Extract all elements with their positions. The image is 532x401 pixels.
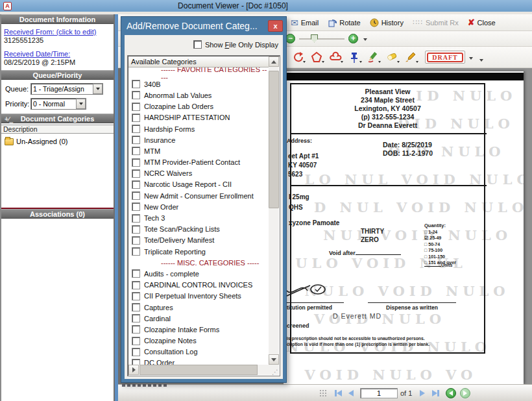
category-checkbox[interactable] — [132, 202, 140, 211]
resize-grip[interactable] — [269, 365, 279, 375]
category-checkbox[interactable] — [132, 147, 140, 155]
category-row[interactable]: DC Order — [128, 358, 269, 365]
category-checkbox[interactable] — [132, 91, 140, 99]
category-checkbox[interactable] — [132, 169, 140, 178]
queue-select[interactable]: 1 - Triage/Assign — [30, 83, 103, 95]
category-row[interactable]: Cardinal — [128, 313, 269, 324]
category-row[interactable]: ------ MISC. CATEGORIES ----- — [128, 257, 269, 268]
category-checkbox[interactable] — [132, 136, 140, 144]
history-button[interactable]: History — [370, 18, 404, 27]
category-checkbox[interactable] — [132, 103, 140, 111]
show-file-only-row[interactable]: Show File Only Display — [193, 40, 278, 49]
brush-annotation-button[interactable] — [403, 49, 418, 65]
zoom-options-caret[interactable] — [363, 38, 367, 43]
scroll-up-button[interactable] — [269, 56, 279, 67]
category-row[interactable]: CII Perpetual Inventory Sheets — [128, 291, 269, 302]
received-from-link[interactable]: Received From: (click to edit) — [1, 28, 114, 36]
zoom-in-button[interactable]: + — [348, 34, 358, 43]
category-row[interactable]: CARDINAL CONTROL INVOICES — [128, 280, 269, 291]
category-row[interactable]: MTM Provider-Patient Contact — [128, 157, 269, 168]
scroll-right-button[interactable] — [128, 365, 139, 375]
category-row[interactable]: Captures — [128, 302, 269, 313]
zoom-out-button[interactable]: − — [285, 34, 295, 43]
category-checkbox[interactable] — [132, 80, 140, 88]
pager-drag-grip[interactable] — [319, 389, 326, 396]
rotate-button[interactable]: Rotate — [328, 18, 360, 27]
category-checkbox[interactable] — [132, 269, 140, 278]
category-row[interactable]: Abnormal Lab Values — [128, 90, 269, 101]
horizontal-scrollbar[interactable] — [128, 365, 269, 375]
category-checkbox[interactable] — [132, 292, 140, 300]
category-row[interactable]: Consultation Log — [128, 346, 269, 358]
stamp-dropdown-caret[interactable] — [469, 57, 473, 62]
category-checkbox[interactable] — [132, 314, 140, 322]
category-checkbox[interactable] — [132, 281, 140, 289]
email-button[interactable]: ✉ Email — [291, 18, 319, 28]
add-remove-categories-icon[interactable]: +∕‗ — [5, 115, 13, 124]
page-number-input[interactable] — [360, 388, 398, 398]
draft-stamp-button[interactable]: DRAFT — [425, 51, 465, 64]
category-checkbox[interactable] — [132, 114, 140, 122]
available-categories-header[interactable]: Available Categories — [128, 56, 269, 67]
zoom-slider-thumb[interactable] — [311, 34, 318, 43]
category-checkbox[interactable] — [132, 180, 140, 189]
category-checkbox[interactable] — [132, 214, 140, 223]
category-checkbox[interactable] — [132, 303, 140, 311]
show-file-only-checkbox[interactable] — [193, 40, 202, 49]
category-row[interactable]: MTM — [128, 145, 269, 156]
cloud-annotation-button[interactable] — [328, 49, 343, 65]
category-checkbox[interactable] — [132, 348, 140, 356]
category-checkbox[interactable] — [132, 158, 140, 167]
close-button[interactable]: ✘ Close — [468, 18, 496, 27]
category-row[interactable]: HARDSHIP ATTESTATION — [128, 112, 269, 123]
pencil-annotation-button[interactable] — [365, 49, 381, 65]
priority-select[interactable]: 0 - Normal — [30, 98, 86, 110]
category-row[interactable]: Narcotic Usage Report - CII — [128, 179, 269, 190]
next-page-button[interactable] — [416, 387, 429, 399]
zoom-slider[interactable] — [299, 38, 345, 40]
category-row[interactable]: NCRC Waivers — [128, 168, 269, 179]
horizontal-scroll-thumb[interactable] — [139, 365, 258, 375]
category-row[interactable]: Insurance — [128, 134, 269, 145]
queue-dropdown-button[interactable] — [93, 84, 103, 94]
category-row[interactable]: Clozapine Lab Orders — [128, 101, 269, 112]
description-column-header[interactable]: Description — [1, 125, 114, 134]
dialog-close-button[interactable]: x — [268, 20, 283, 32]
last-page-button[interactable] — [429, 387, 442, 399]
submit-rx-button[interactable]: ∷∷ Submit Rx — [413, 18, 459, 27]
category-row[interactable]: Tote/Delivery Manifest — [128, 235, 269, 246]
category-row[interactable]: ------ FAVORITE CATEGORIES ----- — [128, 67, 269, 79]
arrow-annotation-button[interactable] — [290, 49, 306, 65]
category-row[interactable]: Triplicate Reporting — [128, 246, 269, 257]
toolbar-overflow-caret[interactable] — [479, 59, 483, 64]
vertical-scrollbar[interactable] — [269, 56, 279, 365]
pushpin-annotation-button[interactable] — [346, 49, 362, 65]
vertical-scroll-thumb[interactable] — [269, 71, 279, 208]
category-checkbox[interactable] — [132, 325, 140, 334]
category-checkbox[interactable] — [132, 225, 140, 234]
priority-dropdown-button[interactable] — [76, 99, 86, 109]
unassigned-folder-row[interactable]: Un-Assigned (0) — [5, 138, 114, 145]
category-checkbox[interactable] — [132, 359, 140, 365]
category-checkbox[interactable] — [132, 125, 140, 133]
category-row[interactable]: Clozapine Notes — [128, 335, 269, 346]
category-checkbox[interactable] — [132, 247, 140, 256]
category-row[interactable]: Audits - complete — [128, 268, 269, 279]
category-checkbox[interactable] — [132, 236, 140, 245]
category-checkbox[interactable] — [132, 191, 140, 200]
pentagon-annotation-button[interactable] — [309, 49, 324, 65]
category-row[interactable]: New Order — [128, 201, 269, 212]
category-row[interactable]: Clozapine Intake Forms — [128, 324, 269, 335]
first-page-button[interactable] — [332, 387, 345, 399]
category-row[interactable]: New Admit - Consumer Enrollment — [128, 190, 269, 201]
category-row[interactable]: Tote Scan/Packing Lists — [128, 224, 269, 235]
next-document-button[interactable] — [460, 388, 470, 398]
category-row[interactable]: Hardship Forms — [128, 123, 269, 134]
previous-document-button[interactable] — [446, 388, 456, 398]
category-row[interactable]: Tech 3 — [128, 212, 269, 223]
dialog-title-bar[interactable]: Add/Remove Document Categ... x — [121, 17, 286, 35]
highlighter-annotation-button[interactable] — [384, 49, 400, 65]
received-date-link[interactable]: Received Date/Time: — [1, 50, 114, 58]
category-checkbox[interactable] — [132, 337, 140, 345]
scroll-down-button[interactable] — [269, 354, 279, 365]
